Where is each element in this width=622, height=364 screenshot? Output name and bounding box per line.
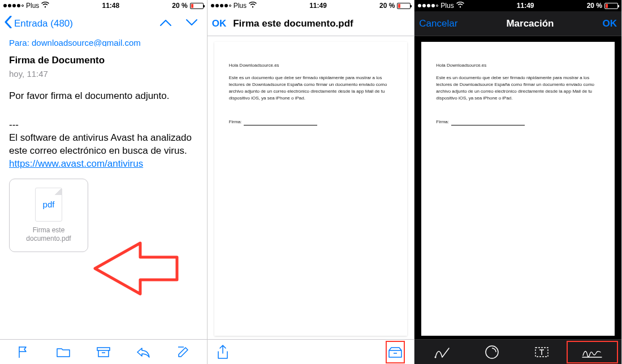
signal-icon [3,4,24,7]
carrier-label: Plus [234,2,247,10]
archive-button[interactable] [83,340,123,364]
doc-paragraph: Este es un documento que debe ser firmad… [229,75,393,102]
signal-icon [418,4,438,7]
cancel-label: Cancelar [419,18,457,29]
clock: 11:48 [102,2,119,10]
prev-message-button[interactable] [159,18,172,29]
panel-pdf-preview: Plus 11:49 20 % OK Firma este documento.… [208,0,415,364]
doc-greeting: Hola Downloadsource.es [229,62,393,69]
ok-button[interactable]: OK [212,18,227,29]
preview-toolbar [208,339,414,364]
battery-icon [190,3,204,9]
battery-percent: 20 % [172,2,187,10]
status-left: Plus [3,2,49,10]
battery-percent: 20 % [587,2,602,10]
ok-button[interactable]: OK [603,18,617,29]
panel-mail-message: Plus 11:48 20 % Entrada (480) Pa [0,0,208,364]
status-left: Plus [418,2,464,10]
attachment[interactable]: pdf Firma este documento.pdf [9,179,88,252]
cancel-button[interactable]: Cancelar [419,18,457,29]
compose-button[interactable] [163,340,204,364]
body-text: Por favor firma el documento adjunto. [9,90,198,103]
annotation-arrow-icon [89,237,180,300]
clock: 11:49 [309,2,327,10]
document-page: Hola Downloadsource.es Este es un docume… [421,42,615,336]
doc-greeting: Hola Downloadsource.es [436,62,600,69]
subject: Firma de Documento [9,54,198,67]
move-folder-button[interactable] [44,340,84,364]
magnifier-tool-button[interactable] [468,340,517,364]
file-ext-label: pdf [43,199,55,210]
battery-percent: 20 % [379,2,395,10]
status-right: 20 % [172,2,203,10]
pen-tool-button[interactable] [418,340,467,364]
divider: --- [9,119,198,132]
pdf-file-icon: pdf [35,188,62,222]
carrier-label: Plus [26,2,39,10]
chevron-left-icon [5,16,12,32]
signature-line [451,125,525,125]
carrier-label: Plus [440,2,453,10]
clock: 11:49 [517,2,534,10]
doc-paragraph: Este es un documento que debe ser firmad… [436,75,600,102]
panel-markup: Plus 11:49 20 % Cancelar Marcación OK Ho… [414,0,622,364]
status-left: Plus [211,2,257,10]
document-area[interactable]: Hola Downloadsource.es Este es un docume… [414,36,621,339]
status-right: 20 % [587,2,618,10]
svg-rect-0 [97,348,110,350]
status-bar: Plus 11:48 20 % [0,0,207,11]
nav-bar: Cancelar Marcación OK [414,11,621,36]
reply-button[interactable] [123,340,163,364]
ok-label: OK [603,18,617,29]
nav-title: Firma este documento.pdf [233,18,409,29]
status-right: 20 % [379,2,411,10]
signature-line [244,125,317,125]
wifi-icon [41,2,49,10]
back-button[interactable]: Entrada (480) [5,16,73,32]
doc-signature-line: Firma: [436,119,600,125]
wifi-icon [249,2,257,10]
back-label: Entrada (480) [14,18,73,29]
nav-title: Marcación [462,18,598,29]
header-to-line: Para: downloadsource@gmail.com [9,37,198,46]
status-bar: Plus 11:49 20 % [414,0,621,11]
flag-button[interactable] [3,340,44,364]
status-bar: Plus 11:49 20 % [208,0,414,11]
attachment-name: Firma este documento.pdf [10,226,88,242]
mail-toolbar [0,339,207,364]
markup-toolbar [414,339,621,364]
battery-icon [397,3,411,9]
date: hoy, 11:47 [9,68,198,80]
signal-icon [211,4,231,7]
signature-label: Firma: [229,119,242,125]
markup-toolbox-button[interactable] [386,341,405,363]
next-message-button[interactable] [185,18,198,29]
battery-icon [604,3,618,9]
avast-link[interactable]: https://www.avast.com/antivirus [9,158,143,169]
signature-tool-button[interactable] [567,341,618,363]
ok-label: OK [212,18,227,29]
wifi-icon [456,2,464,10]
share-button[interactable] [217,340,229,364]
document-area[interactable]: Hola Downloadsource.es Este es un docume… [208,36,414,339]
doc-signature-line: Firma: [229,119,393,125]
footer-text: El software de antivirus Avast ha analiz… [9,132,198,158]
nav-bar: OK Firma este documento.pdf [208,11,414,36]
text-tool-button[interactable] [517,340,566,364]
nav-bar: Entrada (480) [0,11,207,36]
document-page: Hola Downloadsource.es Este es un docume… [214,42,408,336]
signature-label: Firma: [436,119,449,125]
mail-body: Para: downloadsource@gmail.com Firma de … [0,36,207,339]
svg-point-1 [435,356,437,358]
